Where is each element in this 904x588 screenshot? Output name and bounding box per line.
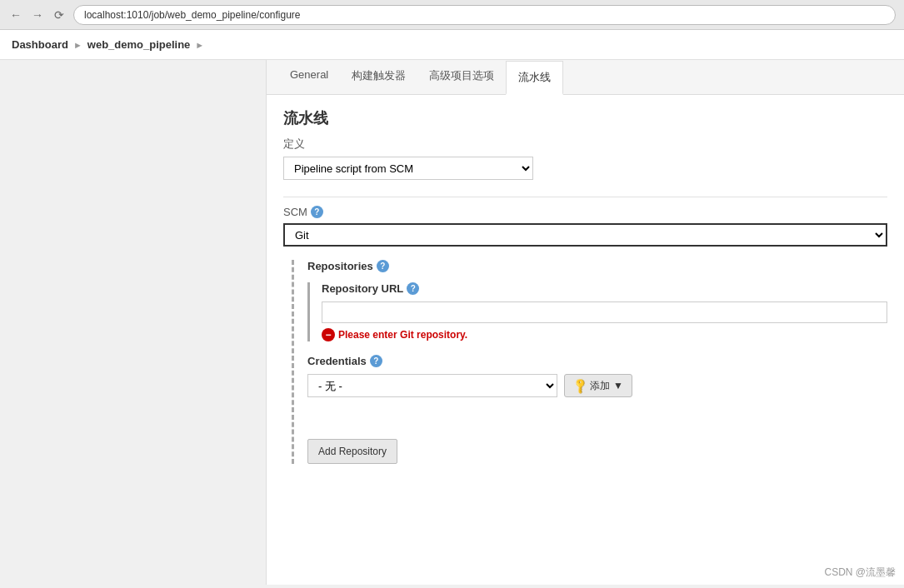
add-credentials-button[interactable]: 🔑 添加 ▼ [564,374,632,397]
dropdown-arrow-icon: ▼ [613,380,623,391]
key-icon: 🔑 [571,376,589,395]
credentials-help-icon[interactable]: ? [370,355,382,367]
repo-url-input[interactable] [322,301,887,323]
scm-label: SCM ? [283,206,887,218]
breadcrumb: Dashboard ► web_demo_pipeline ► [0,30,904,60]
add-repository-button[interactable]: Add Repository [307,439,397,464]
content-body: 流水线 定义 Pipeline script from SCM SCM ? Gi… [267,95,904,477]
breadcrumb-sep-1: ► [73,40,82,50]
breadcrumb-dashboard[interactable]: Dashboard [12,38,68,51]
breadcrumb-pipeline[interactable]: web_demo_pipeline [87,38,191,51]
tab-pipeline[interactable]: 流水线 [506,61,563,95]
scm-section: SCM ? Git [283,206,887,247]
credentials-select[interactable]: - 无 - [307,374,557,397]
definition-select[interactable]: Pipeline script from SCM [283,157,533,180]
credentials-section: Credentials ? - 无 - 🔑 添加 ▼ [307,355,887,397]
repo-url-help-icon[interactable]: ? [407,282,419,295]
tabs-bar: General 构建触发器 高级项目选项 流水线 [267,60,904,95]
watermark: CSDN @流墨馨 [824,566,896,580]
page-title: 流水线 [283,108,887,128]
sidebar-area [0,60,267,585]
scm-help-icon[interactable]: ? [311,206,323,218]
browser-chrome: ← → ⟳ localhost:1010/job/web_demo_pipeli… [0,0,904,30]
url-text: localhost:1010/job/web_demo_pipeline/con… [84,9,301,21]
repo-url-label: Repository URL ? [322,282,887,295]
repositories-header: Repositories ? [307,260,887,272]
tab-advanced[interactable]: 高级项目选项 [417,60,506,95]
forward-button[interactable]: → [30,7,45,22]
back-button[interactable]: ← [8,7,23,22]
tab-build-triggers[interactable]: 构建触发器 [340,60,417,95]
tab-general[interactable]: General [278,60,340,95]
scm-select[interactable]: Git [283,223,887,247]
definition-row: 定义 Pipeline script from SCM [283,137,887,180]
address-bar[interactable]: localhost:1010/job/web_demo_pipeline/con… [73,5,896,25]
repositories-help-icon[interactable]: ? [377,260,389,272]
error-message: − Please enter Git repository. [322,328,887,341]
repositories-section: Repositories ? Repository URL ? − Please… [292,260,887,464]
error-icon: − [322,328,335,341]
credentials-label: Credentials ? [307,355,887,367]
credentials-row: - 无 - 🔑 添加 ▼ [307,374,887,397]
refresh-button[interactable]: ⟳ [52,7,67,22]
content-panel: General 构建触发器 高级项目选项 流水线 流水线 定义 Pip [267,60,904,585]
repo-url-section: Repository URL ? − Please enter Git repo… [307,282,887,341]
breadcrumb-sep-2: ► [195,40,204,50]
divider [283,197,887,197]
definition-label: 定义 [283,137,887,152]
main-wrapper: General 构建触发器 高级项目选项 流水线 流水线 定义 Pip [0,60,904,585]
